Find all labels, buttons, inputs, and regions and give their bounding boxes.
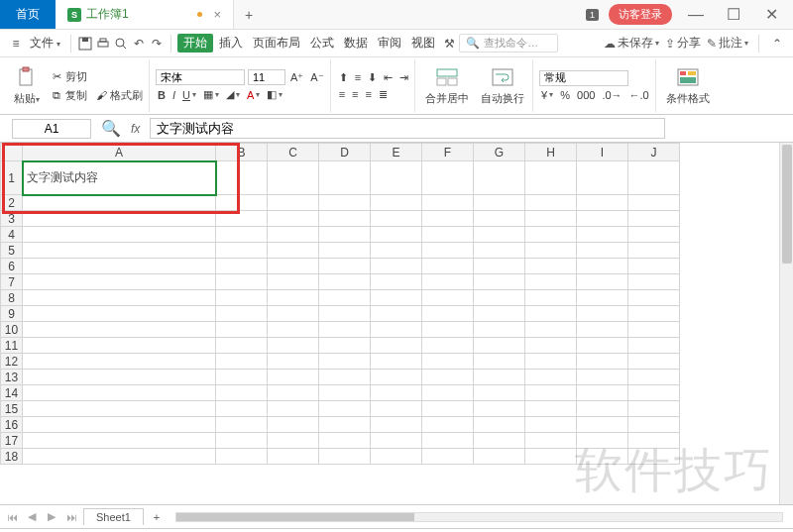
cell[interactable] bbox=[628, 338, 680, 354]
cell-style-button[interactable]: ◧▾ bbox=[265, 87, 284, 102]
distribute-button[interactable]: ≣ bbox=[377, 87, 390, 102]
cell[interactable] bbox=[371, 354, 422, 370]
cell[interactable] bbox=[371, 370, 422, 385]
cell[interactable] bbox=[371, 290, 422, 306]
align-right-button[interactable]: ≡ bbox=[364, 87, 374, 101]
row-header[interactable]: 7 bbox=[1, 274, 23, 290]
row-header[interactable]: 18 bbox=[1, 449, 23, 465]
cell[interactable] bbox=[628, 161, 680, 195]
cell[interactable] bbox=[371, 211, 422, 227]
underline-button[interactable]: U▾ bbox=[180, 88, 198, 102]
cell[interactable] bbox=[577, 449, 628, 465]
cell[interactable] bbox=[474, 449, 525, 465]
formula-tab[interactable]: 公式 bbox=[306, 35, 338, 52]
font-color-button[interactable]: A▾ bbox=[245, 88, 262, 102]
cell[interactable] bbox=[474, 195, 525, 211]
cell[interactable] bbox=[319, 195, 371, 211]
cut-button[interactable]: ✂剪切 bbox=[48, 68, 145, 85]
cell[interactable] bbox=[371, 385, 422, 401]
cell[interactable] bbox=[371, 449, 422, 465]
fx-label[interactable]: fx bbox=[131, 122, 140, 136]
cell[interactable] bbox=[268, 385, 319, 401]
cell[interactable] bbox=[422, 211, 474, 227]
cell[interactable] bbox=[525, 161, 577, 195]
cell[interactable] bbox=[319, 417, 371, 433]
select-all-corner[interactable] bbox=[1, 144, 23, 161]
currency-button[interactable]: ¥▾ bbox=[539, 88, 555, 102]
format-painter-button[interactable]: 🖌格式刷 bbox=[92, 87, 145, 104]
scrollbar-thumb[interactable] bbox=[176, 513, 414, 521]
row-header[interactable]: 11 bbox=[1, 338, 23, 354]
cell[interactable] bbox=[474, 211, 525, 227]
cell[interactable] bbox=[628, 370, 680, 385]
cell[interactable] bbox=[422, 322, 474, 338]
cell[interactable] bbox=[216, 338, 268, 354]
cell[interactable] bbox=[23, 401, 216, 417]
maximize-icon[interactable]: ☐ bbox=[720, 5, 747, 25]
cell[interactable] bbox=[628, 433, 680, 449]
app-menu-icon[interactable]: ≡ bbox=[8, 36, 24, 52]
cell[interactable] bbox=[216, 274, 268, 290]
cell[interactable] bbox=[319, 211, 371, 227]
cell[interactable] bbox=[628, 354, 680, 370]
cell[interactable] bbox=[577, 401, 628, 417]
column-header[interactable]: F bbox=[422, 144, 474, 161]
cell[interactable] bbox=[23, 338, 216, 354]
cell[interactable] bbox=[577, 306, 628, 322]
cell[interactable] bbox=[268, 338, 319, 354]
number-format-select[interactable] bbox=[539, 70, 628, 86]
column-header[interactable]: C bbox=[268, 144, 319, 161]
cell[interactable] bbox=[628, 322, 680, 338]
guest-login-button[interactable]: 访客登录 bbox=[609, 4, 672, 25]
cell[interactable] bbox=[525, 306, 577, 322]
percent-button[interactable]: % bbox=[558, 88, 572, 102]
cell[interactable] bbox=[628, 211, 680, 227]
sheet-nav-last-icon[interactable]: ⏭ bbox=[63, 511, 79, 523]
grid-area[interactable]: A B C D E F G H I J 1 文字测试内容 2 3 4 bbox=[0, 143, 779, 504]
bold-button[interactable]: B bbox=[156, 88, 168, 102]
column-header[interactable]: D bbox=[319, 144, 371, 161]
print-preview-icon[interactable] bbox=[113, 36, 129, 52]
cell[interactable] bbox=[474, 401, 525, 417]
review-tab[interactable]: 审阅 bbox=[374, 35, 405, 52]
cell[interactable] bbox=[628, 290, 680, 306]
cell[interactable] bbox=[525, 433, 577, 449]
column-header[interactable]: B bbox=[216, 144, 268, 161]
scrollbar-thumb[interactable] bbox=[782, 145, 792, 264]
indent-increase-button[interactable]: ⇥ bbox=[397, 70, 410, 85]
home-tab[interactable]: 首页 bbox=[0, 0, 56, 29]
cell[interactable] bbox=[422, 401, 474, 417]
cell[interactable] bbox=[23, 385, 216, 401]
cell[interactable] bbox=[371, 433, 422, 449]
cell[interactable] bbox=[577, 211, 628, 227]
cell[interactable] bbox=[23, 417, 216, 433]
row-header[interactable]: 8 bbox=[1, 290, 23, 306]
cell[interactable] bbox=[23, 195, 216, 211]
column-header[interactable]: J bbox=[628, 144, 680, 161]
cell[interactable] bbox=[577, 385, 628, 401]
cell[interactable] bbox=[371, 161, 422, 195]
cell[interactable] bbox=[319, 290, 371, 306]
cell[interactable] bbox=[474, 433, 525, 449]
column-header[interactable]: H bbox=[525, 144, 577, 161]
find-icon[interactable]: 🔍 bbox=[101, 119, 121, 138]
unsaved-status[interactable]: ☁未保存▾ bbox=[604, 35, 659, 52]
sheet-nav-first-icon[interactable]: ⏮ bbox=[4, 511, 20, 523]
cell[interactable] bbox=[474, 322, 525, 338]
cell[interactable] bbox=[525, 354, 577, 370]
cell[interactable] bbox=[628, 385, 680, 401]
font-family-select[interactable] bbox=[156, 69, 245, 85]
cell[interactable] bbox=[268, 290, 319, 306]
column-header[interactable]: E bbox=[371, 144, 422, 161]
row-header[interactable]: 12 bbox=[1, 354, 23, 370]
close-window-icon[interactable]: ✕ bbox=[757, 5, 785, 25]
close-tab-icon[interactable]: × bbox=[213, 7, 221, 22]
cell[interactable] bbox=[268, 161, 319, 195]
minimize-icon[interactable]: — bbox=[682, 5, 710, 25]
formula-input[interactable] bbox=[150, 118, 665, 139]
cell[interactable] bbox=[319, 161, 371, 195]
cell[interactable] bbox=[319, 306, 371, 322]
document-tab[interactable]: S 工作簿1 × bbox=[56, 0, 234, 29]
cell[interactable] bbox=[268, 227, 319, 243]
cell[interactable] bbox=[577, 290, 628, 306]
